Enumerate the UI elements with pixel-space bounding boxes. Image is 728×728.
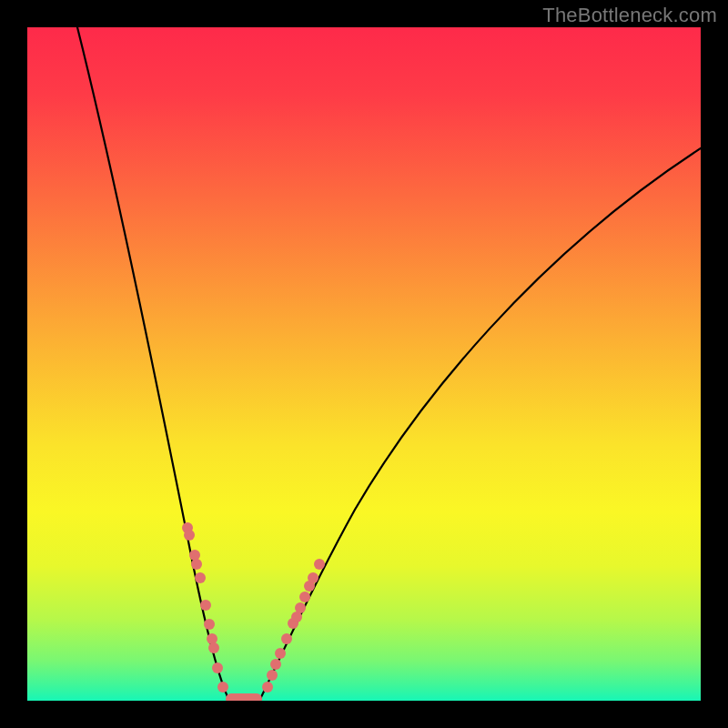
svg-point-16 [281,633,292,644]
chart-svg [27,27,701,701]
svg-point-23 [314,559,325,570]
svg-point-9 [212,662,223,673]
svg-point-10 [217,682,228,693]
svg-point-22 [308,572,318,583]
svg-point-20 [299,592,310,602]
svg-point-2 [189,550,200,561]
curve-right-branch [259,148,701,701]
svg-point-3 [191,559,202,570]
svg-point-14 [270,659,281,670]
chart-plot-area [27,27,701,701]
svg-point-5 [200,600,211,611]
svg-point-12 [262,682,273,693]
curve-left-branch [77,27,229,701]
svg-point-8 [208,642,219,653]
chart-frame: TheBottleneck.com [0,0,728,728]
svg-point-13 [267,670,278,681]
svg-point-6 [204,619,215,630]
svg-point-7 [207,633,217,644]
watermark-text: TheBottleneck.com [542,4,717,27]
svg-point-19 [295,602,306,613]
svg-point-15 [275,648,286,659]
svg-point-4 [195,572,206,583]
svg-point-1 [184,530,195,541]
svg-rect-11 [226,693,262,701]
